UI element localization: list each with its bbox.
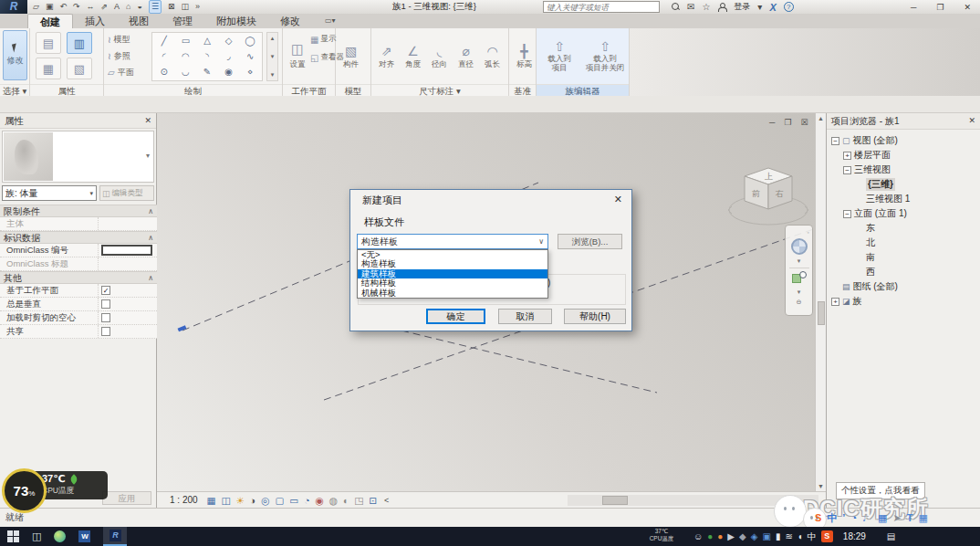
exchange-apps-icon[interactable]: X: [769, 2, 776, 13]
volume-icon[interactable]: ◖: [798, 529, 803, 545]
search-icon[interactable]: [672, 3, 680, 11]
browse-button[interactable]: 浏览(B)...: [558, 234, 622, 249]
tree-item-5[interactable]: −立面 (立面 1): [827, 206, 980, 221]
crop-view-icon[interactable]: ▢: [275, 493, 284, 508]
fillet-arc-tool-icon[interactable]: ◞: [227, 49, 231, 64]
qat-overflow-icon[interactable]: »: [195, 1, 200, 13]
collapse-toggle-icon[interactable]: −: [843, 166, 851, 174]
checkbox-加载时剪切的空心[interactable]: [101, 313, 110, 322]
horizontal-scroll-thumb[interactable]: [602, 496, 628, 505]
temporary-view-properties-icon[interactable]: ◐: [343, 493, 349, 508]
vertical-scrollbar[interactable]: ▲ ▼: [815, 113, 826, 491]
sogou-cn-icon[interactable]: 中: [827, 511, 837, 525]
application-menu-button[interactable]: R: [0, 0, 27, 14]
tray-blue-app2-icon[interactable]: ▣: [762, 529, 770, 545]
media-player-taskbar-icon[interactable]: [54, 530, 66, 542]
tree-item-8[interactable]: 南: [827, 250, 980, 265]
displaced-elements-icon[interactable]: ◳: [354, 493, 363, 508]
help-button[interactable]: 帮助(H): [564, 309, 626, 324]
tree-item-3[interactable]: {三维}: [827, 177, 980, 192]
vertical-scroll-thumb[interactable]: [818, 301, 825, 325]
set-workplane-button[interactable]: ◫ 设置: [286, 31, 309, 80]
wheel-dropdown-icon[interactable]: ▾: [798, 257, 801, 265]
scroll-up-icon[interactable]: ▲: [818, 115, 824, 121]
sun-path-icon[interactable]: ☀: [235, 493, 244, 508]
communication-center-icon[interactable]: ✉: [687, 2, 694, 12]
switch-windows-icon[interactable]: ◫: [182, 1, 190, 13]
sogou-skin-icon[interactable]: T: [907, 511, 913, 525]
task-view-icon[interactable]: ◫: [32, 530, 41, 542]
property-value[interactable]: [99, 325, 157, 338]
spline-tool-icon[interactable]: ∿: [246, 49, 254, 64]
tree-item-9[interactable]: 西: [827, 265, 980, 279]
center-ends-arc-tool-icon[interactable]: ◠: [182, 49, 190, 64]
collapse-toggle-icon[interactable]: −: [831, 137, 839, 145]
collapse-section-icon[interactable]: ∧: [148, 232, 153, 243]
aligned-dimension-icon[interactable]: ⇗: [101, 1, 109, 13]
project-browser-close-icon[interactable]: ✕: [968, 113, 975, 129]
collapse-section-icon[interactable]: ∧: [148, 205, 153, 216]
sogou-s-icon[interactable]: S: [815, 511, 821, 525]
property-value[interactable]: [99, 311, 157, 324]
tab-修改[interactable]: 修改: [268, 14, 312, 28]
rectangle-tool-icon[interactable]: ▭: [182, 34, 190, 48]
visual-style-icon[interactable]: ◫: [222, 493, 231, 508]
template-combo[interactable]: 构造样板 ∨: [357, 234, 548, 249]
battery-icon[interactable]: ▮: [776, 529, 781, 545]
sogou-keyboard-icon[interactable]: ▦: [878, 511, 887, 525]
section-header[interactable]: 标识数据∧: [0, 231, 157, 244]
sogou-clock-icon[interactable]: ◔: [850, 511, 857, 525]
zoom-tool-icon[interactable]: [792, 271, 807, 286]
save-icon[interactable]: ▣: [46, 1, 54, 13]
ok-button[interactable]: 确定: [426, 309, 485, 324]
draw-mode-模型[interactable]: ≀模型: [108, 32, 134, 47]
sogou-pointer-icon[interactable]: ➤: [892, 511, 901, 525]
partial-ellipse-tool-icon[interactable]: ◡: [182, 65, 190, 79]
tab-插入[interactable]: 插入: [73, 14, 117, 28]
tree-item-10[interactable]: ▤图纸 (全部): [827, 279, 980, 294]
close-button[interactable]: ✕: [964, 3, 971, 12]
angular-dim-button[interactable]: ∠角度: [400, 30, 426, 81]
properties-close-icon[interactable]: ✕: [144, 113, 151, 128]
omniclass-number-input[interactable]: [101, 245, 152, 256]
start-button[interactable]: [7, 530, 19, 542]
rendering-dialog-icon[interactable]: ◎: [261, 493, 269, 508]
selection-constraints-icon[interactable]: ⊡: [369, 493, 377, 508]
scroll-down-icon[interactable]: ▼: [818, 483, 824, 489]
help-search-input[interactable]: [543, 1, 660, 13]
zoom-dropdown-icon[interactable]: ▾: [798, 289, 801, 296]
show-crop-icon[interactable]: ▭: [289, 493, 298, 508]
tree-item-6[interactable]: 东: [827, 221, 980, 236]
checkbox-总是垂直[interactable]: [101, 299, 110, 309]
dimension-panel-label[interactable]: 尺寸标注 ▾: [371, 84, 508, 96]
view-restore-icon[interactable]: ❐: [784, 118, 791, 127]
tray-green-app-icon[interactable]: ●: [707, 529, 713, 545]
tree-item-11[interactable]: +◪族: [827, 294, 980, 309]
action-center-icon[interactable]: ▤: [887, 531, 895, 541]
sogou-tray-icon[interactable]: S: [821, 530, 833, 542]
arc-length-dim-button[interactable]: ◠弧长: [479, 30, 506, 81]
gallery-up-icon[interactable]: ▴: [271, 35, 275, 42]
revit-taskbar-icon[interactable]: R: [103, 527, 127, 546]
sogou-mic-icon[interactable]: ♩: [862, 511, 872, 525]
temporary-hide-icon[interactable]: ◔: [304, 493, 309, 508]
text-icon[interactable]: A: [114, 1, 120, 13]
radial-dim-button[interactable]: ◟径向: [426, 30, 453, 81]
draw-mode-平面[interactable]: ▱平面: [108, 65, 134, 79]
default-3d-view-icon[interactable]: ⌂: [126, 1, 130, 13]
draw-gallery-scroll[interactable]: ▴ ▾ ▾: [266, 32, 278, 81]
ime-indicator[interactable]: 中: [808, 530, 817, 543]
expand-toggle-icon[interactable]: +: [831, 298, 839, 306]
help-icon[interactable]: ?: [784, 2, 794, 12]
open-icon[interactable]: ▱: [33, 1, 39, 13]
type-selector[interactable]: 族: 体量 ▾: [2, 185, 97, 201]
tray-gray-app-icon[interactable]: ◆: [739, 529, 746, 545]
family-category-icon[interactable]: ▤: [36, 32, 61, 54]
expand-toggle-icon[interactable]: +: [843, 152, 851, 160]
favorites-star-icon[interactable]: ☆: [702, 2, 710, 12]
property-value[interactable]: ✓: [99, 284, 157, 297]
family-parameters-icon[interactable]: ▦: [36, 58, 61, 79]
point-element-tool-icon[interactable]: ◉: [224, 65, 233, 79]
detail-level-icon[interactable]: ▦: [207, 493, 216, 508]
gallery-down-icon[interactable]: ▾: [271, 53, 275, 60]
